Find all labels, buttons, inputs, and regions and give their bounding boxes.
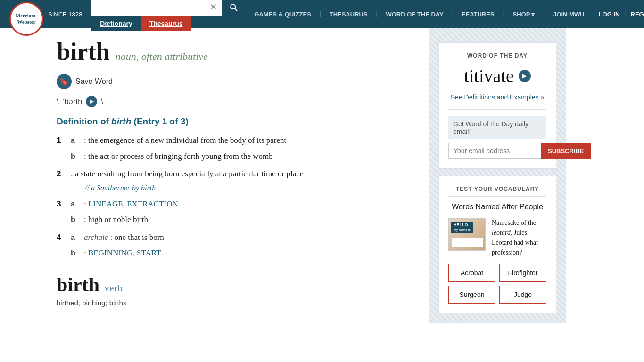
email-label: Get Word of the Day daily email! — [448, 116, 546, 139]
subscribe-button[interactable]: SUBSCRIBE — [541, 143, 591, 159]
vocab-img-badge: HELLOmy name is — [451, 222, 473, 233]
vocab-section: TEST YOUR VOCABULARY Words Named After P… — [438, 176, 556, 313]
vocab-image: HELLOmy name is — [448, 218, 486, 251]
tab-dictionary[interactable]: Dictionary — [91, 16, 140, 31]
word2-title: birth — [57, 273, 99, 296]
wotd-see-link[interactable]: See Definitions and Examples » — [451, 93, 544, 101]
definition-heading: Definition of birth (Entry 1 of 3) — [57, 116, 410, 127]
definition-3: 3 a : LINEAGE, EXTRACTION 3 b : high or … — [57, 198, 410, 226]
vocab-buttons: Acrobat Firefighter Surgeon Judge — [448, 264, 546, 304]
nav-features[interactable]: FEATURES — [462, 11, 495, 18]
def-text-2: : a state resulting from being born espe… — [71, 168, 303, 180]
def-row-4b: 4 b : BEGINNING, START — [57, 247, 410, 259]
beginning-link[interactable]: BEGINNING — [88, 248, 132, 257]
wotd-section: WORD OF THE DAY titivate ▶ See Definitio… — [438, 42, 556, 169]
search-button[interactable] — [222, 0, 245, 16]
clear-button[interactable]: ✕ — [205, 0, 222, 16]
def-heading-word: birth — [111, 116, 131, 126]
auth-links: LOG IN | REGISTER — [599, 10, 644, 18]
def-text-3a: : LINEAGE, EXTRACTION — [84, 198, 178, 210]
sidebar: WORD OF THE DAY titivate ▶ See Definitio… — [429, 38, 566, 323]
save-word-button[interactable]: Save Word — [75, 77, 113, 86]
lineage-link[interactable]: LINEAGE — [88, 199, 123, 208]
pronunciation: \ ˈbərth ▶ \ — [57, 96, 410, 107]
pronunciation-text: \ — [57, 97, 58, 106]
vocab-label: TEST YOUR VOCABULARY — [448, 186, 546, 192]
def-text-1a: : the emergence of a new individual from… — [84, 134, 286, 147]
nav-thesaurus[interactable]: THESAURUS — [330, 11, 368, 18]
bookmark-icon[interactable]: 🔖 — [57, 74, 72, 89]
vocab-btn-judge[interactable]: Judge — [499, 286, 546, 304]
logo-text: Merriam-Webster — [16, 13, 37, 25]
vocab-btn-firefighter[interactable]: Firefighter — [499, 264, 546, 282]
def-letter: a — [71, 233, 79, 242]
search-bar: birth ✕ — [91, 0, 245, 16]
main: birth noun, often attributive 🔖 Save Wor… — [0, 28, 644, 332]
audio-button[interactable]: ▶ — [86, 96, 97, 107]
pronunciation-close: \ — [101, 97, 103, 106]
def-letter: b — [71, 215, 79, 224]
pronunciation-phonetic: ˈbərth — [62, 97, 82, 106]
word2-heading: birth verb — [57, 273, 410, 296]
content: birth noun, often attributive 🔖 Save Wor… — [57, 38, 410, 323]
definition-4: 4 a archaic : one that is born 4 b : BEG… — [57, 231, 410, 259]
vocab-title: Words Named After People — [448, 203, 546, 211]
tab-thesaurus[interactable]: Thesaurus — [141, 16, 191, 31]
word2-forms: birthed; birthing; births — [57, 299, 410, 307]
def-example-2: // a Southerner by birth — [85, 184, 410, 192]
search-container: birth ✕ Dictionary Thesaurus — [91, 0, 245, 31]
wotd-divider — [448, 109, 546, 110]
nav-join[interactable]: JOIN MWU — [553, 11, 584, 18]
logo[interactable]: Merriam-Webster — [9, 2, 43, 36]
def-row-3a: 3 a : LINEAGE, EXTRACTION — [57, 198, 410, 210]
vocab-divider — [448, 196, 546, 197]
def-row-3b: 3 b : high or noble birth — [57, 214, 410, 226]
nav-shop[interactable]: SHOP ▾ — [512, 11, 535, 18]
extraction-link[interactable]: EXTRACTION — [127, 199, 178, 208]
vocab-question: Namesake of the leotard, Jules Léotard h… — [492, 218, 546, 257]
since-label: SINCE 1828 — [48, 11, 82, 18]
vocab-btn-surgeon[interactable]: Surgeon — [448, 286, 495, 304]
def-row-1a: 1 a : the emergence of a new individual … — [57, 134, 410, 147]
login-link[interactable]: LOG IN — [599, 11, 620, 18]
email-input[interactable] — [448, 143, 541, 159]
register-link[interactable]: REGISTER — [631, 11, 644, 18]
search-input[interactable]: birth — [91, 0, 205, 16]
def-text-4b: : BEGINNING, START — [84, 247, 161, 259]
word-title: birth — [57, 38, 110, 66]
tabs-row: Dictionary Thesaurus — [91, 16, 245, 31]
nav-wotd[interactable]: WORD OF THE DAY — [386, 11, 443, 18]
email-row: SUBSCRIBE — [448, 143, 546, 159]
word2-pos: verb — [104, 282, 123, 294]
def-number: 1 — [57, 136, 66, 145]
def-row-1b: 1 b : the act or process of bringing for… — [57, 150, 410, 163]
def-text-3b: : high or noble birth — [84, 214, 148, 226]
save-word-row: 🔖 Save Word — [57, 74, 410, 89]
header: Merriam-Webster SINCE 1828 birth ✕ Dicti… — [0, 0, 644, 28]
def-letter: b — [71, 249, 79, 257]
nav-links: GAMES & QUIZZES | THESAURUS | WORD OF TH… — [254, 10, 584, 18]
sidebar-wrapper: WORD OF THE DAY titivate ▶ See Definitio… — [429, 28, 566, 323]
word-heading-row: birth noun, often attributive — [57, 38, 410, 66]
vocab-btn-acrobat[interactable]: Acrobat — [448, 264, 495, 282]
def-row-2: 2 : a state resulting from being born es… — [57, 168, 410, 180]
def-number: 4 — [57, 233, 66, 242]
def-letter: b — [71, 152, 79, 161]
def-text-4a: archaic : one that is born — [84, 231, 164, 244]
example-link[interactable]: birth — [141, 184, 156, 192]
start-link[interactable]: START — [137, 248, 161, 257]
wotd-audio-button[interactable]: ▶ — [519, 70, 531, 82]
def-text-1b: : the act or process of bringing forth y… — [84, 150, 273, 163]
email-section: Get Word of the Day daily email! SUBSCRI… — [448, 116, 546, 159]
vocab-italic-word: leotard — [492, 229, 511, 236]
search-icon — [229, 2, 238, 12]
wotd-label: WORD OF THE DAY — [448, 52, 546, 59]
vocab-img-nameplate — [451, 238, 483, 247]
word-pos: noun, often attributive — [116, 50, 208, 63]
def-number: 2 — [57, 169, 66, 179]
def-letter: a — [71, 136, 79, 145]
nav-games[interactable]: GAMES & QUIZZES — [254, 11, 311, 18]
def-row-4a: 4 a archaic : one that is born — [57, 231, 410, 244]
definition-1: 1 a : the emergence of a new individual … — [57, 134, 410, 162]
wotd-word-text: titivate — [464, 66, 514, 86]
